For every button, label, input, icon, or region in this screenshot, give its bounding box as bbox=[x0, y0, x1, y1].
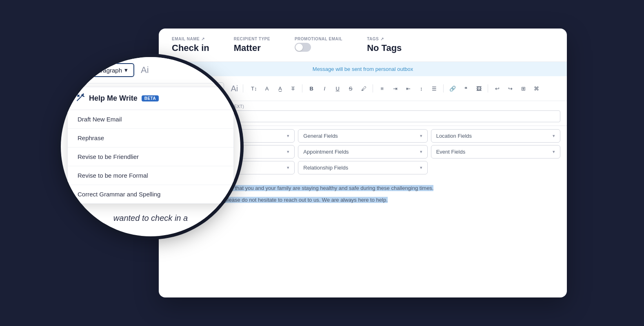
mag-bottom-text: wanted to check in a bbox=[61, 207, 240, 229]
event-fields-chevron: ▾ bbox=[553, 149, 555, 154]
relationship-fields-dropdown[interactable]: Relationship Fields ▾ bbox=[298, 161, 427, 174]
toolbar-separator-2 bbox=[302, 84, 302, 93]
tags-field: TAGS ↗ No Tags bbox=[367, 37, 402, 53]
redo-icon[interactable]: ↪ bbox=[504, 83, 516, 94]
revise-formal-item[interactable]: Revise to be more Formal bbox=[68, 166, 233, 185]
quote-icon[interactable]: ❝ bbox=[460, 83, 471, 94]
toggle-wrap bbox=[295, 43, 342, 52]
magnifier-container: Paragraph ▾ Ai Help M bbox=[61, 57, 240, 236]
undo-icon[interactable]: ↩ bbox=[491, 83, 503, 94]
table-icon[interactable]: ⊞ bbox=[517, 83, 529, 94]
promotional-email-field: PROMOTIONAL EMAIL bbox=[295, 37, 342, 52]
font-size-icon[interactable]: T↕ bbox=[248, 83, 260, 94]
image-icon[interactable]: 🖼 bbox=[473, 83, 484, 94]
scene: EMAIL NAME ↗ Check in RECIPIENT TYPE Mat… bbox=[77, 16, 567, 310]
email-name-field: EMAIL NAME ↗ Check in bbox=[172, 37, 209, 53]
recipient-type-label: RECIPIENT TYPE bbox=[234, 37, 270, 41]
toolbar-icons: T↕ A A̲ T̶ B I U S 🖊 ≡ ⇥ ⇤ ↕ ☰ 🔗 ❝ 🖼 bbox=[248, 83, 542, 94]
general-fields-dropdown[interactable]: General Fields ▾ bbox=[298, 129, 427, 143]
matter-fields-chevron: ▾ bbox=[287, 133, 289, 139]
mag-font-preview: Ai bbox=[141, 65, 149, 75]
mag-paragraph-label: Paragraph bbox=[93, 67, 122, 74]
highlight-icon[interactable]: 🖊 bbox=[358, 83, 369, 94]
toolbar-separator-4 bbox=[443, 84, 444, 93]
email-name-label: EMAIL NAME ↗ bbox=[172, 37, 209, 41]
special-icon[interactable]: ⌘ bbox=[531, 83, 542, 94]
line-height-icon[interactable]: ↕ bbox=[415, 83, 427, 94]
toolbar-separator-1 bbox=[243, 84, 243, 93]
help-me-write-text: Help Me Write bbox=[89, 94, 138, 103]
list-icon[interactable]: ☰ bbox=[429, 83, 440, 94]
italic-icon[interactable]: I bbox=[319, 83, 330, 94]
promotional-toggle[interactable] bbox=[295, 43, 311, 52]
tags-link-icon: ↗ bbox=[380, 37, 384, 41]
doc-icon bbox=[69, 63, 82, 77]
promotional-email-label: PROMOTIONAL EMAIL bbox=[295, 37, 342, 41]
mag-paragraph-chevron: ▾ bbox=[124, 66, 128, 74]
wand-icon bbox=[76, 93, 85, 104]
font-bg-icon[interactable]: A̲ bbox=[274, 83, 286, 94]
help-me-write-button[interactable]: Help Me Write BETA bbox=[76, 93, 159, 104]
tags-label: TAGS ↗ bbox=[367, 37, 402, 41]
recipient-type-value: Matter bbox=[234, 43, 270, 53]
rss-feed-fields-chevron: ▾ bbox=[287, 165, 289, 170]
clear-format-icon[interactable]: T̶ bbox=[287, 83, 299, 94]
mag-dropdown: Help Me Write BETA Draft New Email Rephr… bbox=[67, 87, 234, 204]
tags-value: No Tags bbox=[367, 43, 402, 53]
location-fields-dropdown[interactable]: Location Fields ▾ bbox=[431, 129, 560, 143]
font-color-icon[interactable]: A bbox=[261, 83, 273, 94]
general-fields-chevron: ▾ bbox=[420, 133, 422, 139]
recipient-type-field: RECIPIENT TYPE Matter bbox=[234, 37, 270, 53]
mag-paragraph-select[interactable]: Paragraph ▾ bbox=[87, 63, 134, 77]
toolbar-separator-3 bbox=[373, 84, 373, 93]
appointment-fields-chevron: ▾ bbox=[420, 149, 422, 154]
magnifier-circle: Paragraph ▾ Ai Help M bbox=[61, 57, 240, 236]
outdent-icon[interactable]: ⇤ bbox=[402, 83, 414, 94]
mag-dropdown-header: Help Me Write BETA bbox=[68, 87, 233, 110]
relationship-fields-chevron: ▾ bbox=[420, 165, 422, 170]
beta-badge: BETA bbox=[142, 95, 159, 101]
link-icon: ↗ bbox=[201, 37, 205, 41]
bottom-italic-text: wanted to check in a bbox=[113, 214, 188, 222]
toolbar-separator-5 bbox=[488, 84, 488, 93]
email-name-value: Check in bbox=[172, 43, 209, 53]
revise-friendlier-item[interactable]: Revise to be Friendlier bbox=[68, 148, 233, 166]
indent-icon[interactable]: ⇥ bbox=[389, 83, 401, 94]
link-icon[interactable]: 🔗 bbox=[447, 83, 458, 94]
bold-icon[interactable]: B bbox=[306, 83, 317, 94]
mag-toolbar: Paragraph ▾ Ai bbox=[61, 57, 240, 84]
draft-new-email-item[interactable]: Draft New Email bbox=[68, 110, 233, 129]
correct-grammar-item[interactable]: Correct Grammar and Spelling bbox=[68, 185, 233, 203]
strikethrough-icon[interactable]: S bbox=[345, 83, 356, 94]
appointment-fields-dropdown[interactable]: Appointment Fields ▾ bbox=[298, 145, 427, 159]
rephrase-item[interactable]: Rephrase bbox=[68, 129, 233, 148]
align-icon[interactable]: ≡ bbox=[376, 83, 388, 94]
location-fields-chevron: ▾ bbox=[553, 133, 555, 139]
event-fields-dropdown[interactable]: Event Fields ▾ bbox=[431, 145, 560, 159]
custom-form-fields-chevron: ▾ bbox=[287, 149, 289, 154]
underline-icon[interactable]: U bbox=[332, 83, 343, 94]
